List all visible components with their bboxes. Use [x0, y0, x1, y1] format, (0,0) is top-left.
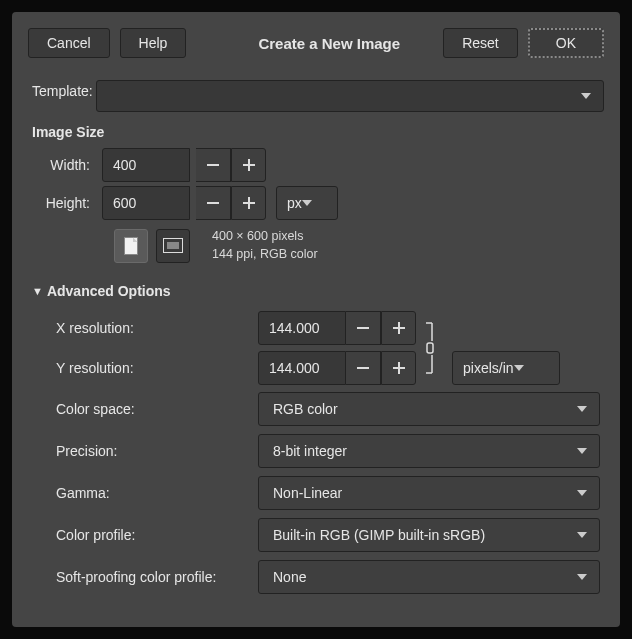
chevron-down-icon — [577, 532, 587, 538]
resolution-unit-value: pixels/in — [463, 360, 514, 376]
chevron-down-icon — [577, 406, 587, 412]
yres-decrement-button[interactable] — [346, 351, 381, 385]
svg-rect-5 — [243, 202, 255, 204]
help-button[interactable]: Help — [120, 28, 187, 58]
svg-rect-2 — [243, 164, 255, 166]
y-resolution-input[interactable] — [258, 351, 346, 385]
precision-select[interactable]: 8-bit integer — [258, 434, 600, 468]
chevron-down-icon — [302, 200, 312, 206]
x-resolution-label: X resolution: — [56, 311, 258, 345]
size-unit-select[interactable]: px — [276, 186, 338, 220]
xres-decrement-button[interactable] — [346, 311, 381, 345]
orientation-landscape-button[interactable] — [156, 229, 190, 263]
chain-link-icon — [424, 321, 436, 375]
advanced-options-title: Advanced Options — [47, 283, 171, 299]
svg-rect-11 — [393, 327, 405, 329]
image-size-title: Image Size — [32, 124, 604, 140]
dialog-header: Cancel Help Create a New Image Reset OK — [28, 28, 604, 58]
dialog-title: Create a New Image — [258, 35, 400, 52]
color-space-label: Color space: — [56, 401, 258, 417]
svg-rect-9 — [357, 327, 369, 329]
info-resolution: 144 ppi, RGB color — [212, 246, 318, 264]
size-unit-value: px — [287, 195, 302, 211]
triangle-down-icon: ▼ — [32, 285, 43, 297]
y-resolution-label: Y resolution: — [56, 351, 258, 385]
height-label: Height: — [42, 195, 96, 211]
width-input[interactable] — [102, 148, 190, 182]
svg-rect-12 — [357, 367, 369, 369]
width-decrement-button[interactable] — [196, 148, 231, 182]
xres-increment-button[interactable] — [381, 311, 416, 345]
x-resolution-input[interactable] — [258, 311, 346, 345]
ok-button[interactable]: OK — [528, 28, 604, 58]
height-input[interactable] — [102, 186, 190, 220]
image-info: 400 × 600 pixels 144 ppi, RGB color — [212, 228, 318, 263]
chevron-down-icon — [514, 365, 524, 371]
template-select[interactable] — [96, 80, 604, 112]
svg-rect-15 — [427, 343, 433, 353]
precision-value: 8-bit integer — [273, 443, 347, 459]
info-dimensions: 400 × 600 pixels — [212, 228, 318, 246]
chevron-down-icon — [577, 490, 587, 496]
svg-rect-14 — [393, 367, 405, 369]
advanced-options-toggle[interactable]: ▼ Advanced Options — [32, 283, 604, 299]
width-label: Width: — [42, 157, 96, 173]
portrait-icon — [124, 237, 138, 255]
height-increment-button[interactable] — [231, 186, 266, 220]
chevron-down-icon — [577, 574, 587, 580]
advanced-options-body: X resolution: Y resolution: — [56, 311, 600, 595]
gamma-label: Gamma: — [56, 485, 258, 501]
color-profile-select[interactable]: Built-in RGB (GIMP built-in sRGB) — [258, 518, 600, 552]
reset-button[interactable]: Reset — [443, 28, 518, 58]
orientation-portrait-button[interactable] — [114, 229, 148, 263]
svg-rect-3 — [207, 202, 219, 204]
precision-label: Precision: — [56, 443, 258, 459]
soft-proof-select[interactable]: None — [258, 560, 600, 594]
svg-rect-8 — [167, 242, 179, 249]
template-label: Template: — [32, 83, 96, 99]
yres-increment-button[interactable] — [381, 351, 416, 385]
color-profile-value: Built-in RGB (GIMP built-in sRGB) — [273, 527, 485, 543]
landscape-icon — [163, 238, 183, 253]
color-profile-label: Color profile: — [56, 527, 258, 543]
width-increment-button[interactable] — [231, 148, 266, 182]
soft-proof-label: Soft-proofing color profile: — [56, 569, 258, 585]
resolution-link-toggle[interactable] — [416, 321, 438, 375]
new-image-dialog: Cancel Help Create a New Image Reset OK … — [12, 12, 620, 627]
color-space-value: RGB color — [273, 401, 338, 417]
color-space-select[interactable]: RGB color — [258, 392, 600, 426]
gamma-value: Non-Linear — [273, 485, 342, 501]
height-decrement-button[interactable] — [196, 186, 231, 220]
cancel-button[interactable]: Cancel — [28, 28, 110, 58]
svg-rect-0 — [207, 164, 219, 166]
soft-proof-value: None — [273, 569, 306, 585]
chevron-down-icon — [577, 448, 587, 454]
chevron-down-icon — [581, 93, 591, 99]
resolution-unit-select[interactable]: pixels/in — [452, 351, 560, 385]
gamma-select[interactable]: Non-Linear — [258, 476, 600, 510]
